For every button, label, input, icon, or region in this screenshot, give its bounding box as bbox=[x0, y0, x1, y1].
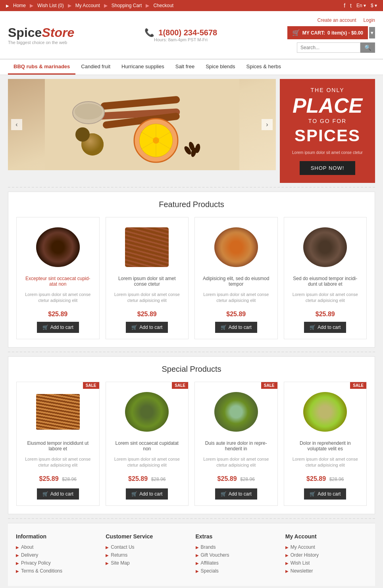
footer-link-specials[interactable]: ▶ Specials bbox=[196, 568, 277, 574]
search-bar: 🔍 bbox=[297, 42, 375, 53]
product-name-3: Adipisicing elit, sed do eiusmod tempor bbox=[201, 276, 271, 288]
footer-arrow-privacy: ▶ bbox=[16, 561, 19, 565]
footer-arrow-about: ▶ bbox=[16, 545, 19, 550]
footer-link-terms[interactable]: ▶ Terms & Conditions bbox=[16, 568, 98, 574]
product-price-4: $25.89 bbox=[316, 311, 335, 318]
cart-dropdown-button[interactable]: ▾ bbox=[369, 27, 375, 38]
special-image-3 bbox=[210, 388, 262, 436]
product-image-1 bbox=[32, 223, 84, 271]
footer-information: Information ▶ About ▶ Delivery ▶ Privacy… bbox=[16, 533, 98, 576]
logo[interactable]: SpiceStore The biggest choice on the web bbox=[8, 25, 74, 45]
footer-link-affiliates[interactable]: ▶ Affiliates bbox=[196, 560, 277, 566]
special-desc-3: Lorem ipsum dolor sit amet conse ctetur … bbox=[201, 456, 271, 472]
special-price-3: $25.89 bbox=[217, 475, 237, 482]
nav-home[interactable]: Home bbox=[13, 3, 26, 8]
cart-add-icon-s3: 🛒 bbox=[221, 491, 227, 497]
language-select[interactable]: En ▾ bbox=[356, 3, 366, 8]
add-to-cart-button-2[interactable]: 🛒 Add to cart bbox=[126, 322, 168, 333]
footer-link-sitemap[interactable]: ▶ Site Map bbox=[106, 560, 187, 566]
footer-link-newsletter[interactable]: ▶ Newsletter bbox=[285, 568, 367, 574]
special-products-grid: SALE Eiusmod tempor incididunt ut labore… bbox=[16, 382, 367, 506]
add-to-cart-button-4[interactable]: 🛒 Add to cart bbox=[304, 322, 346, 333]
footer-link-orderhistory[interactable]: ▶ Order History bbox=[285, 552, 367, 558]
nav-myaccount[interactable]: My Account bbox=[75, 3, 100, 8]
special-section: Special Products SALE Eiusmod tempor inc… bbox=[8, 356, 375, 514]
special-price-area-2: $25.89 $28.96 bbox=[128, 475, 166, 482]
footer-arrow-wishlist: ▶ bbox=[285, 561, 289, 565]
search-input[interactable] bbox=[297, 42, 360, 53]
special-desc-4: Lorem ipsum dolor sit amet conse ctetur … bbox=[290, 456, 361, 472]
footer-arrow-terms: ▶ bbox=[16, 569, 19, 573]
special-add-to-cart-4[interactable]: 🛒 Add to cart bbox=[304, 488, 346, 500]
featured-section: Featured Products Excepteur sint occaeca… bbox=[8, 192, 375, 348]
cart-icon: 🛒 bbox=[292, 29, 300, 37]
shop-now-button[interactable]: SHOP NOW! bbox=[300, 161, 356, 175]
cart-add-icon-1: 🛒 bbox=[42, 325, 48, 330]
cart-add-icon-s1: 🛒 bbox=[42, 491, 48, 497]
product-name-1: Excepteur sint occaecat cupid-atat non bbox=[23, 276, 93, 288]
nav-checkout[interactable]: Checkout bbox=[153, 3, 173, 8]
add-to-cart-button-1[interactable]: 🛒 Add to cart bbox=[37, 322, 79, 333]
hours-text: Hours: 8am-4pm PST M-Fri bbox=[144, 37, 217, 42]
product-desc-2: Lorem ipsum dolor sit amet conse ctetur … bbox=[112, 292, 183, 307]
nav-hurricane[interactable]: Hurricane supplies bbox=[116, 60, 170, 75]
cart-add-icon-3: 🛒 bbox=[221, 325, 227, 330]
footer-link-privacy[interactable]: ▶ Privacy Policy bbox=[16, 560, 98, 566]
sale-badge-1: SALE bbox=[83, 382, 99, 389]
nav-spiceblends[interactable]: Spice blends bbox=[200, 60, 241, 75]
section-divider-3 bbox=[8, 518, 375, 519]
search-button[interactable]: 🔍 bbox=[360, 42, 375, 53]
top-bar-links: ▶ Home ▶ Wish List (0) ▶ My Account ▶ Sh… bbox=[6, 3, 173, 8]
footer-customer-service-title: Customer Service bbox=[106, 533, 187, 540]
footer-link-contact[interactable]: ▶ Contact Us bbox=[106, 544, 187, 550]
product-price-3: $25.89 bbox=[226, 311, 246, 318]
currency-select[interactable]: $ ▾ bbox=[371, 3, 377, 8]
nav-spicesherbs[interactable]: Spices & herbs bbox=[241, 60, 287, 75]
section-divider-1 bbox=[8, 187, 375, 188]
special-product-1: SALE Eiusmod tempor incididunt ut labore… bbox=[16, 382, 100, 506]
product-name-4: Sed do eiusmod tempor incidi-dunt ut lab… bbox=[290, 276, 361, 288]
special-add-to-cart-1[interactable]: 🛒 Add to cart bbox=[37, 488, 79, 500]
hero-next-button[interactable]: › bbox=[262, 119, 273, 130]
footer-link-giftvouchers[interactable]: ▶ Gift Vouchers bbox=[196, 552, 277, 558]
footer-link-myaccount[interactable]: ▶ My Account bbox=[285, 544, 367, 550]
nav-bbq[interactable]: BBQ rubs & marinades bbox=[8, 60, 75, 75]
footer-arrow-returns: ▶ bbox=[106, 553, 109, 557]
hero-banner-desc: Lorem ipsum dolor sit amet conse ctetur bbox=[292, 150, 363, 155]
login-link[interactable]: Login bbox=[364, 17, 375, 23]
footer-arrow-specials: ▶ bbox=[196, 569, 199, 573]
footer-link-wishlist[interactable]: ▶ Wish List bbox=[285, 560, 367, 566]
logo-store: Store bbox=[42, 25, 74, 40]
footer-arrow-sitemap: ▶ bbox=[106, 561, 109, 565]
footer-extras-title: Extras bbox=[196, 533, 277, 540]
special-product-4: SALE Dolor in reprehenderit in voluptate… bbox=[284, 382, 367, 506]
nav-candied[interactable]: Candied fruit bbox=[75, 60, 116, 75]
special-price-1: $25.89 bbox=[39, 475, 59, 482]
footer-link-brands[interactable]: ▶ Brands bbox=[196, 544, 277, 550]
add-to-cart-button-3[interactable]: 🛒 Add to cart bbox=[215, 322, 257, 333]
create-account-link[interactable]: Create an account bbox=[318, 17, 356, 23]
facebook-icon[interactable]: f bbox=[344, 2, 345, 9]
footer-arrow-newsletter: ▶ bbox=[285, 569, 289, 573]
special-add-to-cart-2[interactable]: 🛒 Add to cart bbox=[126, 488, 168, 500]
special-add-to-cart-3[interactable]: 🛒 Add to cart bbox=[215, 488, 257, 500]
footer-arrow-brands: ▶ bbox=[196, 545, 199, 550]
special-desc-1: Lorem ipsum dolor sit amet conse ctetur … bbox=[23, 456, 93, 472]
footer-grid: Information ▶ About ▶ Delivery ▶ Privacy… bbox=[16, 533, 367, 576]
special-image-4 bbox=[299, 388, 351, 436]
nav-wishlist[interactable]: Wish List (0) bbox=[37, 3, 64, 8]
footer-link-about[interactable]: ▶ About bbox=[16, 544, 98, 550]
svg-point-12 bbox=[75, 127, 90, 142]
sale-badge-4: SALE bbox=[350, 382, 366, 389]
twitter-icon[interactable]: t bbox=[350, 2, 352, 9]
footer-link-returns[interactable]: ▶ Returns bbox=[106, 552, 187, 558]
nav-cart[interactable]: Shopping Cart bbox=[112, 3, 142, 8]
cart-button[interactable]: 🛒 MY CART: 0 item(s) - $0.00 bbox=[287, 26, 368, 39]
hero-prev-button[interactable]: ‹ bbox=[11, 119, 22, 130]
hero-banner-the-only: THE ONLY bbox=[311, 87, 345, 93]
special-product-2: SALE Lorem sint occaecat cupidatat non L… bbox=[106, 382, 189, 506]
footer-link-delivery[interactable]: ▶ Delivery bbox=[16, 552, 98, 558]
nav-saltfree[interactable]: Salt free bbox=[170, 60, 200, 75]
hero-banner-spices: SPICES bbox=[294, 126, 360, 145]
sale-badge-3: SALE bbox=[261, 382, 277, 389]
